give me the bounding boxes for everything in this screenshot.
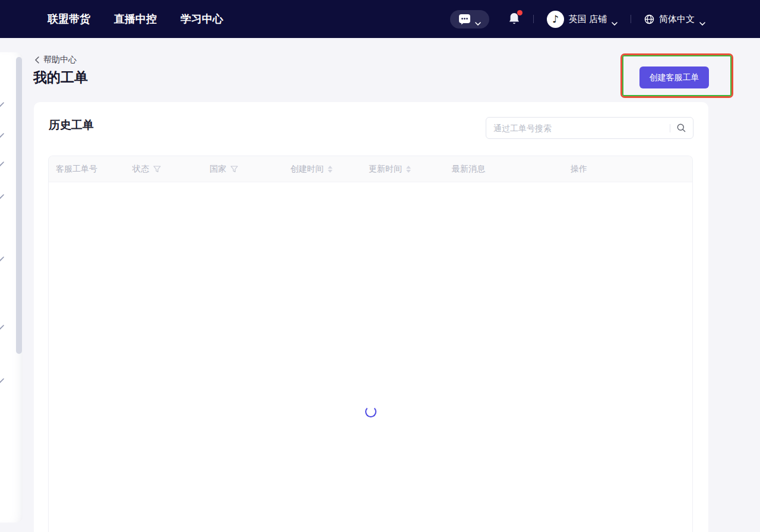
chevron-fragment-icon [0,159,4,170]
table-body-loading [49,182,692,532]
table-header-row: 客服工单号 状态 国家 创建时间 [49,156,692,182]
column-header-status: 状态 [125,156,202,182]
notifications-button[interactable] [508,12,520,26]
page-title: 我的工单 [33,68,88,87]
history-tickets-card: 历史工单 客服工单号 状态 国家 [34,102,708,532]
chat-bubble-icon [458,14,471,25]
column-header-actions: 操作 [563,156,692,182]
tickets-table: 客服工单号 状态 国家 创建时间 [48,156,693,532]
sort-ascending-icon [328,166,332,169]
chevron-down-icon [699,17,705,21]
notification-dot [517,10,522,15]
chevron-fragment-icon [0,254,4,265]
chevron-fragment-icon [0,192,4,202]
top-navbar: 联盟带货 直播中控 学习中心 [0,0,760,38]
language-selector[interactable]: 简体中文 [644,14,705,25]
column-header-updated-time: 更新时间 [362,156,445,182]
search-divider [670,124,670,132]
ticket-search-input[interactable] [493,124,666,133]
sort-ascending-icon [406,166,411,169]
column-header-country: 国家 [202,156,283,182]
shop-name-label: 英国 店铺 [569,14,607,25]
nav-tab-learning-center[interactable]: 学习中心 [180,12,223,26]
loading-spinner [365,406,376,417]
breadcrumb-label: 帮助中心 [43,55,77,65]
filter-icon[interactable] [230,166,238,173]
column-header-latest-message: 最新消息 [445,156,563,182]
ticket-search-box [486,117,694,139]
chat-messages-button[interactable] [450,10,489,28]
tiktok-logo-icon: ♪ [547,11,564,28]
chevron-fragment-icon [0,100,4,110]
chevron-left-icon [34,56,39,64]
collapsed-sidebar-edge [0,52,23,522]
sidebar-scrollbar-thumb[interactable] [16,57,22,354]
globe-icon [644,14,654,24]
sort-descending-icon [328,170,332,173]
create-ticket-button[interactable]: 创建客服工单 [639,66,709,88]
search-icon[interactable] [677,124,686,132]
navbar-divider [533,15,534,23]
shop-selector[interactable]: ♪ 英国 店铺 [547,11,618,28]
chevron-fragment-icon [0,322,4,333]
nav-tabs: 联盟带货 直播中控 学习中心 [48,12,223,26]
nav-tab-affiliate[interactable]: 联盟带货 [48,12,90,26]
breadcrumb-back-link[interactable]: 帮助中心 [34,55,77,65]
panel-title: 历史工单 [49,118,94,133]
column-header-created-time: 创建时间 [283,156,362,182]
sort-descending-icon [406,170,411,173]
sort-control[interactable] [328,166,332,173]
chevron-fragment-icon [0,376,4,387]
navbar-divider [631,15,631,23]
filter-icon[interactable] [153,166,161,173]
language-label: 简体中文 [659,14,695,25]
navbar-right-group: ♪ 英国 店铺 简体中文 [450,10,705,28]
sort-control[interactable] [406,166,411,173]
chevron-fragment-icon [0,131,4,141]
column-header-ticket-id: 客服工单号 [49,156,125,182]
nav-tab-live-center[interactable]: 直播中控 [114,12,157,26]
chevron-down-icon [475,17,481,21]
chevron-down-icon [612,17,618,21]
